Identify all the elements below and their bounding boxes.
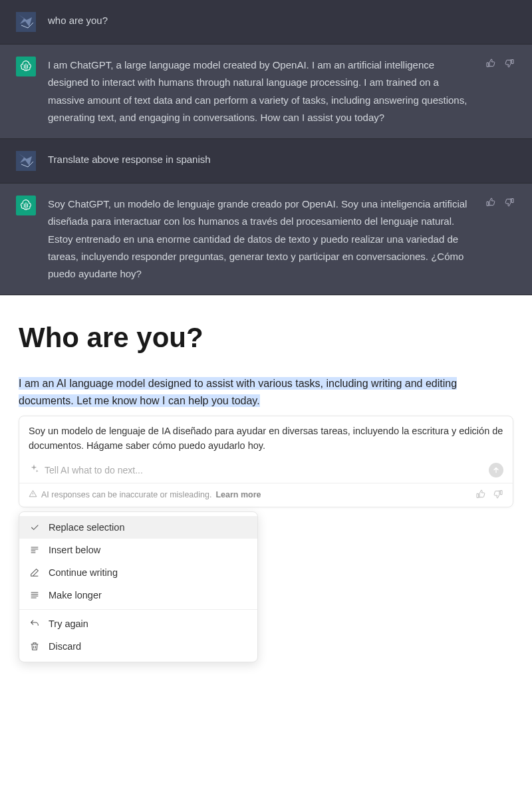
menu-discard[interactable]: Discard: [19, 635, 257, 658]
menu-label: Make longer: [49, 590, 102, 600]
message-actions: [484, 57, 516, 126]
lines-icon: [29, 589, 41, 601]
message-text: Translate above response in spanish: [48, 151, 516, 171]
assistant-avatar: [16, 57, 36, 76]
ai-response-text: Soy un modelo de lenguaje de IA diseñado…: [19, 416, 513, 459]
message-text: I am ChatGPT, a large language model cre…: [48, 57, 472, 126]
message-text: who are you?: [48, 12, 516, 32]
chat-container: who are you? I am ChatGPT, a large langu…: [0, 0, 532, 295]
chat-message-assistant: I am ChatGPT, a large language model cre…: [0, 45, 532, 139]
undo-icon: [29, 618, 41, 630]
menu-insert-below[interactable]: Insert below: [19, 539, 257, 561]
menu-separator: [19, 609, 257, 610]
chat-message-user: Translate above response in spanish: [0, 139, 532, 184]
user-avatar: [16, 12, 36, 32]
menu-label: Continue writing: [49, 567, 118, 578]
chat-message-assistant: Soy ChatGPT, un modelo de lenguaje grand…: [0, 184, 532, 295]
learn-more-link[interactable]: Learn more: [215, 490, 261, 499]
send-button[interactable]: [489, 463, 503, 477]
thumbs-up-icon[interactable]: [484, 196, 497, 209]
ai-footer: AI responses can be inaccurate or mislea…: [19, 483, 513, 507]
context-menu: Replace selection Insert below Continue …: [19, 511, 258, 662]
ai-prompt-input[interactable]: [45, 465, 483, 475]
document-title: Who are you?: [19, 322, 513, 354]
selected-text[interactable]: I am an AI language model designed to as…: [19, 377, 457, 407]
menu-continue-writing[interactable]: Continue writing: [19, 561, 257, 584]
thumbs-up-icon[interactable]: [475, 489, 486, 501]
pencil-line-icon: [29, 567, 41, 579]
menu-try-again[interactable]: Try again: [19, 612, 257, 635]
menu-label: Try again: [49, 618, 88, 629]
ai-input-row: [19, 459, 513, 483]
thumbs-down-icon[interactable]: [493, 489, 503, 501]
menu-label: Insert below: [49, 545, 100, 555]
message-text: Soy ChatGPT, un modelo de lenguaje grand…: [48, 196, 472, 283]
user-avatar: [16, 151, 36, 171]
menu-label: Discard: [49, 641, 81, 652]
menu-make-longer[interactable]: Make longer: [19, 584, 257, 606]
chat-message-user: who are you?: [0, 0, 532, 45]
assistant-avatar: [16, 196, 36, 215]
menu-replace-selection[interactable]: Replace selection: [19, 516, 257, 539]
menu-label: Replace selection: [49, 522, 124, 533]
document-section: Who are you? I am an AI language model d…: [0, 295, 532, 676]
thumbs-down-icon[interactable]: [503, 196, 516, 209]
disclaimer-text: AI responses can be inaccurate or mislea…: [41, 490, 211, 499]
check-icon: [29, 521, 41, 533]
ai-assist-panel: Soy un modelo de lenguaje de IA diseñado…: [19, 416, 513, 507]
trash-icon: [29, 640, 41, 652]
sparkle-icon: [29, 464, 39, 477]
document-paragraph[interactable]: I am an AI language model designed to as…: [19, 375, 513, 409]
warning-icon: [29, 489, 37, 500]
message-actions: [484, 196, 516, 283]
thumbs-up-icon[interactable]: [484, 57, 497, 70]
thumbs-down-icon[interactable]: [503, 57, 516, 70]
insert-below-icon: [29, 544, 41, 556]
